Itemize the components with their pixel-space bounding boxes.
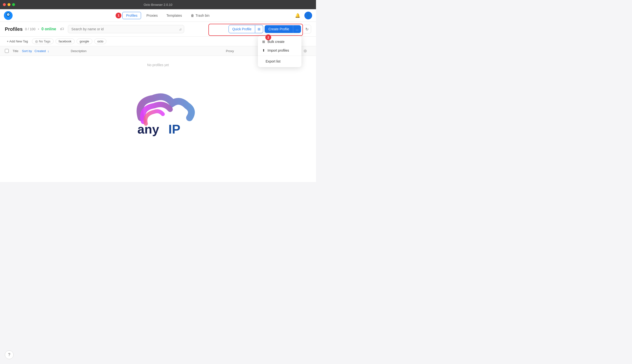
quick-profile-button[interactable]: Quick Profile bbox=[228, 25, 255, 33]
select-all-checkbox[interactable] bbox=[5, 49, 9, 53]
profiles-title-group: Profiles 0 / 100 • 0 online bbox=[5, 26, 56, 32]
profiles-heading: Profiles bbox=[5, 26, 22, 32]
tag-chip-google[interactable]: google bbox=[76, 38, 92, 44]
more-icon: ... bbox=[296, 27, 298, 31]
export-list-label: Export list bbox=[266, 59, 280, 63]
google-tag-label: google bbox=[80, 40, 89, 43]
sort-by-label[interactable]: Sort by Created ↓ bbox=[22, 49, 49, 53]
refresh-button[interactable]: ↻ bbox=[302, 25, 311, 34]
nav-label-trash: Trash bin bbox=[196, 14, 210, 18]
create-profile-group: Create Profile ... bbox=[265, 25, 301, 33]
user-avatar-button[interactable]: 👤 bbox=[304, 12, 312, 20]
anyip-logo-area: any IP bbox=[0, 74, 316, 149]
tag-chip-octo[interactable]: octo bbox=[94, 38, 107, 44]
anyip-logo: any IP bbox=[117, 84, 199, 140]
header-actions: 🔔 👤 bbox=[294, 12, 312, 20]
svg-text:IP: IP bbox=[168, 122, 180, 136]
step2-badge: 2 bbox=[265, 34, 271, 40]
tag-chip-no-tags[interactable]: ◎ No Tags bbox=[32, 38, 54, 44]
nav-item-proxies[interactable]: Proxies bbox=[143, 12, 161, 19]
import-profiles-item[interactable]: ⬆ Import profiles bbox=[258, 46, 302, 55]
col-title: Title Sort by Created ↓ bbox=[12, 49, 71, 53]
online-count: 0 online bbox=[42, 27, 56, 31]
nav-label-templates: Templates bbox=[166, 14, 182, 18]
add-tag-label: + Add New Tag bbox=[7, 40, 28, 43]
app-logo[interactable] bbox=[4, 11, 12, 20]
tag-icon-button[interactable]: 🏷 bbox=[59, 26, 65, 32]
quick-profile-extra-button[interactable]: ⊞ bbox=[255, 25, 263, 33]
bulk-create-icon: ⊞ bbox=[262, 40, 265, 44]
filter-icon: ⊿ bbox=[179, 27, 182, 31]
create-profile-more-button[interactable]: ... bbox=[293, 25, 301, 33]
header: 1 Profiles Proxies Templates 🗑 Trash bin… bbox=[0, 9, 316, 22]
minimize-button[interactable] bbox=[8, 3, 10, 6]
add-new-tag-button[interactable]: + Add New Tag bbox=[5, 38, 30, 44]
svg-text:any: any bbox=[138, 122, 159, 136]
refresh-icon: ↻ bbox=[305, 27, 308, 32]
maximize-button[interactable] bbox=[12, 3, 15, 6]
traffic-lights bbox=[3, 3, 15, 6]
no-tags-label: No Tags bbox=[39, 40, 50, 43]
add-column-button[interactable]: ⊕ bbox=[304, 48, 307, 54]
titlebar: Octo Browser 2.0.10 bbox=[0, 0, 316, 9]
quick-profile-label: Quick Profile bbox=[232, 27, 251, 31]
nav-item-templates[interactable]: Templates bbox=[163, 12, 186, 19]
dot-separator: • bbox=[38, 27, 39, 31]
nav-label-proxies: Proxies bbox=[146, 14, 158, 18]
notifications-button[interactable]: 🔔 bbox=[294, 12, 302, 20]
col-description: Description bbox=[71, 49, 226, 53]
trash-icon: 🗑 bbox=[191, 14, 194, 18]
bulk-create-label: Bulk create bbox=[268, 40, 284, 44]
octo-tag-label: octo bbox=[98, 40, 104, 43]
close-button[interactable] bbox=[3, 3, 6, 6]
dropdown-divider bbox=[258, 56, 302, 56]
search-box: ⊿ bbox=[68, 25, 184, 33]
no-tags-icon: ◎ bbox=[35, 40, 38, 43]
nav-item-trash[interactable]: 🗑 Trash bin bbox=[187, 12, 213, 19]
nav-item-profiles[interactable]: Profiles bbox=[122, 12, 141, 19]
import-profiles-label: Import profiles bbox=[268, 48, 289, 52]
profiles-count: 0 / 100 bbox=[25, 27, 36, 31]
step1-badge: 1 bbox=[116, 12, 122, 18]
dropdown-menu: ⊞ Bulk create ⬆ Import profiles · Export… bbox=[258, 36, 302, 67]
search-input[interactable] bbox=[68, 25, 184, 33]
user-icon: 👤 bbox=[306, 13, 311, 18]
create-profile-button[interactable]: Create Profile bbox=[265, 25, 293, 33]
empty-message: No profiles yet bbox=[147, 63, 169, 67]
facebook-tag-label: facebook bbox=[59, 40, 72, 43]
create-profile-label: Create Profile bbox=[268, 27, 289, 31]
import-icon: ⬆ bbox=[262, 48, 265, 52]
toolbar-actions: Quick Profile ⊞ Create Profile ... ↻ bbox=[228, 25, 311, 34]
bulk-create-item[interactable]: ⊞ Bulk create bbox=[258, 37, 302, 46]
export-list-item[interactable]: · Export list bbox=[258, 57, 302, 66]
tag-chip-facebook[interactable]: facebook bbox=[56, 38, 75, 44]
col-add: ⊕ bbox=[304, 48, 311, 54]
main-content: 2 Profiles 0 / 100 • 0 online 🏷 ⊿ Quick … bbox=[0, 22, 316, 182]
window-title: Octo Browser 2.0.10 bbox=[144, 3, 172, 6]
svg-point-5 bbox=[8, 14, 9, 15]
quick-profile-group: Quick Profile ⊞ bbox=[228, 25, 263, 33]
main-nav: 1 Profiles Proxies Templates 🗑 Trash bin bbox=[16, 12, 312, 19]
nav-label-profiles: Profiles bbox=[126, 14, 138, 18]
quick-profile-extra-icon: ⊞ bbox=[258, 27, 260, 31]
